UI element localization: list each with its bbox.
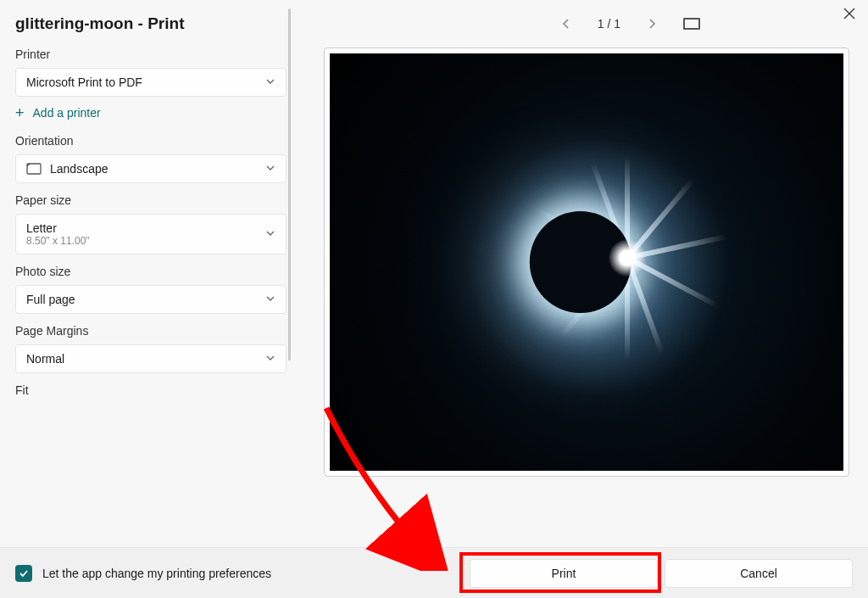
printer-selected: Microsoft Print to PDF [26,75,142,89]
orientation-selected: Landscape [50,162,108,176]
photo-size-label: Photo size [15,265,295,278]
preview-image [330,53,843,471]
chevron-left-icon [562,19,570,29]
footer-bar: Let the app change my printing preferenc… [0,547,868,598]
top-bar: glittering-moon - Print 1 / 1 [0,0,868,48]
close-button[interactable] [839,3,860,24]
fit-label: Fit [15,383,295,397]
page-navigator: 1 / 1 [559,16,700,31]
settings-panel: Printer Microsoft Print to PDF + Add a p… [15,48,302,539]
chevron-down-icon [265,226,275,242]
check-icon [19,568,29,578]
preferences-checkbox[interactable] [15,565,32,582]
prev-page-button[interactable] [559,16,574,31]
orientation-dropdown[interactable]: Landscape [15,154,287,183]
add-printer-label: Add a printer [33,106,101,120]
add-printer-link[interactable]: + Add a printer [15,105,295,120]
next-page-button[interactable] [644,16,659,31]
preview-panel [302,48,853,539]
print-preview-frame [324,48,849,477]
paper-size-label: Paper size [15,193,295,207]
paper-size-selected: Letter [26,221,57,235]
plus-icon: + [15,105,25,120]
print-button-label: Print [552,567,576,580]
photo-size-dropdown[interactable]: Full page [15,285,287,314]
cancel-button[interactable]: Cancel [665,559,853,588]
preferences-checkbox-label: Let the app change my printing preferenc… [42,567,271,580]
paper-size-dimensions: 8.50" x 11.00" [26,235,90,247]
printer-label: Printer [15,48,295,61]
photo-size-selected: Full page [26,293,75,306]
cancel-button-label: Cancel [740,567,777,580]
landscape-icon [26,163,42,175]
close-icon [843,8,855,20]
scrollbar[interactable] [288,8,291,360]
page-margins-label: Page Margins [15,324,295,338]
printer-dropdown[interactable]: Microsoft Print to PDF [15,68,287,97]
page-margins-selected: Normal [26,352,64,366]
page-margins-dropdown[interactable]: Normal [15,344,287,373]
preferences-checkbox-row[interactable]: Let the app change my printing preferenc… [15,565,271,582]
svg-rect-0 [27,164,41,174]
paper-size-dropdown[interactable]: Letter 8.50" x 11.00" [15,214,287,254]
chevron-down-icon [265,292,275,307]
print-button[interactable]: Print [470,559,658,588]
page-indicator: 1 / 1 [598,17,620,31]
dialog-title: glittering-moon - Print [15,14,184,33]
orientation-label: Orientation [15,134,295,148]
chevron-down-icon [265,161,275,176]
chevron-down-icon [265,75,275,90]
fullscreen-button[interactable] [683,18,700,30]
chevron-right-icon [648,19,656,29]
chevron-down-icon [265,351,275,366]
